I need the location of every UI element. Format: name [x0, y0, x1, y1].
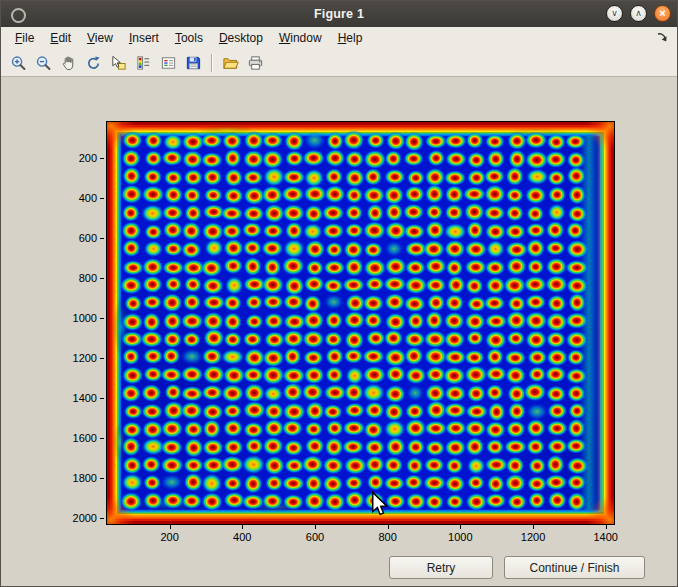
y-tick-label: 1600 [73, 432, 97, 444]
print-figure-button[interactable] [244, 51, 267, 74]
window-controls: ∨ ∧ × [606, 5, 671, 22]
close-icon: × [659, 8, 665, 19]
zoom-in-icon [10, 54, 27, 72]
y-tick-mark [100, 478, 104, 479]
x-tick-mark [606, 525, 607, 529]
y-tick-mark [100, 518, 104, 519]
x-tick-label: 800 [378, 531, 396, 543]
x-tick-mark [533, 525, 534, 529]
x-tick-mark [388, 525, 389, 529]
data-cursor-icon [110, 54, 127, 72]
minimize-button[interactable]: ∨ [606, 5, 623, 22]
menu-file-label: File [15, 31, 34, 45]
chevron-up-icon: ∧ [635, 9, 642, 18]
menu-desktop-label: Desktop [219, 31, 263, 45]
menu-tools[interactable]: Tools [167, 28, 211, 48]
menu-file[interactable]: File [7, 28, 42, 48]
axes-area [106, 121, 615, 525]
y-tick-mark [100, 318, 104, 319]
printer-icon [247, 54, 264, 72]
x-tick-label: 1400 [593, 531, 617, 543]
y-tick-mark [100, 438, 104, 439]
figure-window: Figure 1 ∨ ∧ × File Edit View Insert Too… [0, 0, 678, 587]
toolbar-separator [211, 54, 213, 72]
rotate-3d-button[interactable] [82, 51, 105, 74]
close-button[interactable]: × [654, 5, 671, 22]
insert-legend-button[interactable] [157, 51, 180, 74]
menu-tools-label: Tools [175, 31, 203, 45]
folder-open-icon [222, 54, 239, 72]
menu-edit-label: Edit [50, 31, 71, 45]
y-tick-mark [100, 398, 104, 399]
x-tick-mark [460, 525, 461, 529]
y-tick-mark [100, 198, 104, 199]
x-tick-mark [242, 525, 243, 529]
menu-window-label: Window [279, 31, 322, 45]
menu-help-label: Help [338, 31, 363, 45]
y-tick-mark [100, 158, 104, 159]
open-file-button[interactable] [219, 51, 242, 74]
menu-insert[interactable]: Insert [121, 28, 167, 48]
x-tick-mark [315, 525, 316, 529]
y-tick-label: 800 [79, 272, 97, 284]
menu-window[interactable]: Window [271, 28, 330, 48]
menu-view-label: View [87, 31, 113, 45]
save-icon [185, 54, 202, 72]
legend-icon [160, 54, 177, 72]
y-tick-label: 2000 [73, 512, 97, 524]
pan-button[interactable] [57, 51, 80, 74]
y-tick-label: 1400 [73, 392, 97, 404]
data-cursor-button[interactable] [107, 51, 130, 74]
save-figure-button[interactable] [182, 51, 205, 74]
y-tick-mark [100, 278, 104, 279]
zoom-out-icon [35, 54, 52, 72]
x-tick-label: 400 [233, 531, 251, 543]
x-tick-label: 200 [160, 531, 178, 543]
menu-view[interactable]: View [79, 28, 121, 48]
y-tick-label: 1800 [73, 472, 97, 484]
chevron-down-icon: ∨ [611, 9, 618, 18]
y-tick-label: 200 [79, 152, 97, 164]
insert-colorbar-button[interactable] [132, 51, 155, 74]
continue-finish-button[interactable]: Continue / Finish [504, 556, 645, 579]
menu-help[interactable]: Help [330, 28, 371, 48]
zoom-in-button[interactable] [7, 51, 30, 74]
dock-figure-icon[interactable] [655, 31, 669, 45]
titlebar: Figure 1 ∨ ∧ × [1, 1, 677, 27]
x-tick-label: 1200 [521, 531, 545, 543]
window-menu-icon[interactable] [11, 8, 26, 23]
x-tick-mark [170, 525, 171, 529]
y-tick-mark [100, 358, 104, 359]
menu-desktop[interactable]: Desktop [211, 28, 271, 48]
window-title: Figure 1 [314, 7, 364, 21]
maximize-button[interactable]: ∧ [630, 5, 647, 22]
menu-edit[interactable]: Edit [42, 28, 79, 48]
y-tick-mark [100, 238, 104, 239]
retry-button[interactable]: Retry [389, 556, 493, 579]
y-tick-label: 600 [79, 232, 97, 244]
figure-toolbar [1, 49, 677, 77]
menu-insert-label: Insert [129, 31, 159, 45]
rotate-icon [85, 54, 102, 72]
y-tick-label: 1200 [73, 352, 97, 364]
hand-pan-icon [60, 54, 77, 72]
menubar: File Edit View Insert Tools Desktop Wind… [1, 27, 677, 49]
plate-scan-image[interactable] [107, 122, 614, 524]
x-tick-label: 600 [306, 531, 324, 543]
y-tick-label: 400 [79, 192, 97, 204]
colorbar-icon [135, 54, 152, 72]
x-tick-label: 1000 [448, 531, 472, 543]
figure-canvas-area: Retry Continue / Finish 2004006008001000… [1, 77, 677, 586]
zoom-out-button[interactable] [32, 51, 55, 74]
y-tick-label: 1000 [73, 312, 97, 324]
